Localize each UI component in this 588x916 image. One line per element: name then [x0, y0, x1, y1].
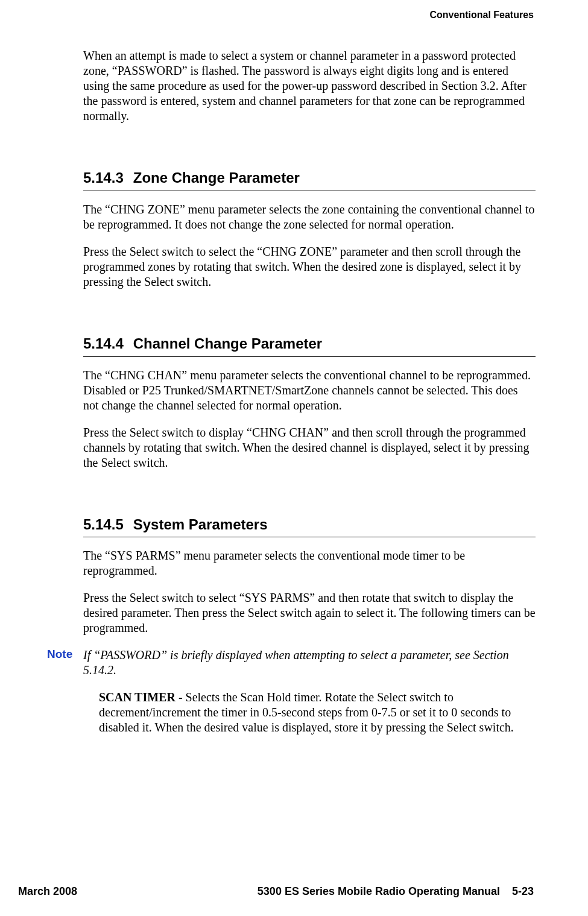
page-footer: March 2008 5300 ES Series Mobile Radio O…: [0, 885, 588, 898]
body-paragraph: The “CHNG CHAN” menu parameter selects t…: [83, 368, 536, 413]
section-heading: 5.14.5System Parameters: [83, 516, 536, 534]
body-paragraph: Press the Select switch to select “SYS P…: [83, 590, 536, 636]
section-number: 5.14.3: [83, 169, 124, 187]
section-heading: 5.14.4Channel Change Parameter: [83, 335, 536, 353]
body-paragraph: Press the Select switch to display “CHNG…: [83, 425, 536, 470]
body-paragraph: The “SYS PARMS” menu parameter selects t…: [83, 548, 536, 578]
section-number: 5.14.4: [83, 335, 124, 353]
section-title: Channel Change Parameter: [133, 335, 322, 352]
footer-page-number: 5-23: [512, 885, 534, 898]
heading-rule: [83, 356, 536, 357]
running-header: Conventional Features: [430, 10, 534, 21]
note-block: Note If “PASSWORD” is briefly displayed …: [83, 648, 536, 678]
main-content: When an attempt is made to select a syst…: [83, 48, 536, 747]
body-paragraph: Press the Select switch to select the “C…: [83, 244, 536, 289]
section-number: 5.14.5: [83, 516, 124, 534]
intro-paragraph: When an attempt is made to select a syst…: [83, 48, 536, 124]
section-heading: 5.14.3Zone Change Parameter: [83, 169, 536, 187]
note-label: Note: [47, 648, 83, 661]
page: Conventional Features When an attempt is…: [0, 0, 588, 916]
heading-rule: [83, 537, 536, 537]
footer-right-group: 5300 ES Series Mobile Radio Operating Ma…: [258, 885, 534, 898]
footer-manual-title: 5300 ES Series Mobile Radio Operating Ma…: [258, 885, 500, 898]
note-text: If “PASSWORD” is briefly displayed when …: [83, 648, 536, 678]
section-title: Zone Change Parameter: [133, 169, 300, 186]
list-item: SCAN TIMER - Selects the Scan Hold timer…: [99, 690, 536, 735]
heading-rule: [83, 191, 536, 191]
list-item-lead: SCAN TIMER: [99, 690, 175, 704]
section-title: System Parameters: [133, 516, 268, 532]
footer-date: March 2008: [18, 885, 77, 898]
body-paragraph: The “CHNG ZONE” menu parameter selects t…: [83, 202, 536, 232]
